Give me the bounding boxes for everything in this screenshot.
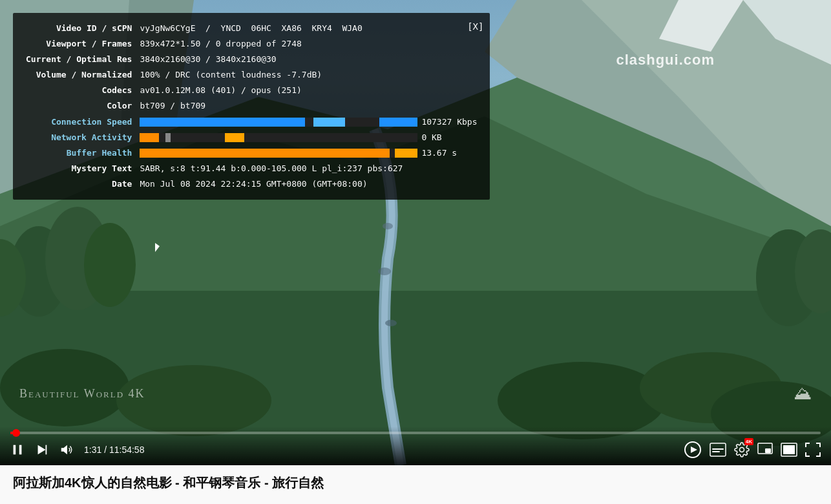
svg-marker-28 <box>61 445 67 455</box>
subtitles-button[interactable] <box>710 443 726 457</box>
controls-left: 1:31 / 11:54:58 <box>10 443 144 457</box>
channel-watermark: Beautiful World 4K <box>19 387 145 401</box>
value-mystery: SABR, s:8 t:91.44 b:0.000-105.000 L pl_i… <box>137 161 479 176</box>
label-videoid: Video ID / sCPN <box>23 21 137 36</box>
label-volume: Volume / Normalized <box>23 67 137 83</box>
value-connspeed: 107327 Kbps <box>137 114 479 130</box>
label-mystery: Mystery Text <box>23 161 137 176</box>
debug-row-connspeed: Connection Speed 107327 Kbps <box>23 114 479 130</box>
value-color: bt709 / bt709 <box>137 98 479 114</box>
play-pause-button[interactable] <box>10 443 25 457</box>
label-netactivity: Network Activity <box>23 130 137 145</box>
time-display: 1:31 / 11:54:58 <box>84 445 144 455</box>
label-connspeed: Connection Speed <box>23 114 137 130</box>
svg-rect-25 <box>19 445 22 455</box>
svg-rect-32 <box>712 448 724 450</box>
progress-bar[interactable] <box>10 432 821 434</box>
debug-row-mystery: Mystery Text SABR, s:8 t:91.44 b:0.000-1… <box>23 161 479 176</box>
label-date: Date <box>23 176 137 192</box>
bufhealth-value: 13.67 s <box>421 146 457 160</box>
video-player[interactable]: clashgui.com Beautiful World 4K ⛰ [X] Vi… <box>0 0 831 465</box>
theater-button[interactable] <box>781 443 797 457</box>
fullscreen-button[interactable] <box>805 443 821 457</box>
svg-rect-35 <box>765 448 771 453</box>
debug-row-netactivity: Network Activity 0 KB <box>23 130 479 145</box>
quality-badge: 4K <box>744 438 753 445</box>
svg-marker-30 <box>691 446 697 453</box>
value-date: Mon Jul 08 2024 22:24:15 GMT+0800 (GMT+0… <box>137 176 479 192</box>
svg-rect-24 <box>14 445 16 455</box>
value-bufhealth: 13.67 s <box>137 145 479 161</box>
svg-rect-27 <box>46 445 47 455</box>
mountain-icon: ⛰ <box>794 383 812 404</box>
value-codecs: av01.0.12M.08 (401) / opus (251) <box>137 83 479 98</box>
volume-button[interactable] <box>59 443 74 457</box>
video-title: 阿拉斯加4K惊人的自然电影 - 和平钢琴音乐 - 旅行自然 <box>0 465 831 494</box>
controls-row: 1:31 / 11:54:58 <box>10 441 821 459</box>
debug-row-codecs: Codecs av01.0.12M.08 (401) / opus (251) <box>23 83 479 98</box>
label-bufhealth: Buffer Health <box>23 145 137 161</box>
svg-point-16 <box>383 223 393 229</box>
svg-marker-26 <box>38 445 46 455</box>
label-codecs: Codecs <box>23 83 137 98</box>
debug-row-date: Date Mon Jul 08 2024 22:24:15 GMT+0800 (… <box>23 176 479 192</box>
value-volume: 100% / DRC (content loudness -7.7dB) <box>137 67 479 83</box>
progress-dot <box>12 429 20 437</box>
debug-row-bufhealth: Buffer Health 13.67 s <box>23 145 479 161</box>
controls-bar: 1:31 / 11:54:58 <box>0 426 831 465</box>
debug-row-color: Color bt709 / bt709 <box>23 98 479 114</box>
label-res: Current / Optimal Res <box>23 52 137 67</box>
settings-button[interactable]: 4K <box>734 442 750 457</box>
svg-rect-33 <box>712 451 720 452</box>
svg-point-17 <box>378 268 391 275</box>
svg-point-20 <box>116 365 271 436</box>
value-netactivity: 0 KB <box>137 130 479 145</box>
debug-row-videoid: Video ID / sCPN vyJgNw6CYgE / YNCD 06HC … <box>23 21 479 36</box>
svg-point-18 <box>385 320 397 326</box>
netactivity-value: 0 KB <box>421 131 441 145</box>
svg-point-12 <box>84 223 136 307</box>
value-viewport: 839x472*1.50 / 0 dropped of 2748 <box>137 36 479 52</box>
label-viewport: Viewport / Frames <box>23 36 137 52</box>
debug-row-volume: Volume / Normalized 100% / DRC (content … <box>23 67 479 83</box>
miniplayer-button[interactable] <box>757 443 773 457</box>
debug-row-viewport: Viewport / Frames 839x472*1.50 / 0 dropp… <box>23 36 479 52</box>
connspeed-value: 107327 Kbps <box>421 115 477 129</box>
debug-row-res: Current / Optimal Res 3840x2160@30 / 384… <box>23 52 479 67</box>
debug-close-button[interactable]: [X] <box>467 19 483 35</box>
autoplay-button[interactable] <box>684 441 702 459</box>
controls-right: 4K <box>684 441 821 459</box>
label-color: Color <box>23 98 137 114</box>
value-res: 3840x2160@30 / 3840x2160@30 <box>137 52 479 67</box>
svg-rect-37 <box>783 445 795 454</box>
next-button[interactable] <box>35 443 49 457</box>
watermark: clashgui.com <box>616 52 715 68</box>
debug-panel: [X] Video ID / sCPN vyJgNw6CYgE / YNCD 0… <box>13 13 490 200</box>
value-videoid: vyJgNw6CYgE / YNCD 06HC XA86 KRY4 WJA0 <box>137 21 479 36</box>
